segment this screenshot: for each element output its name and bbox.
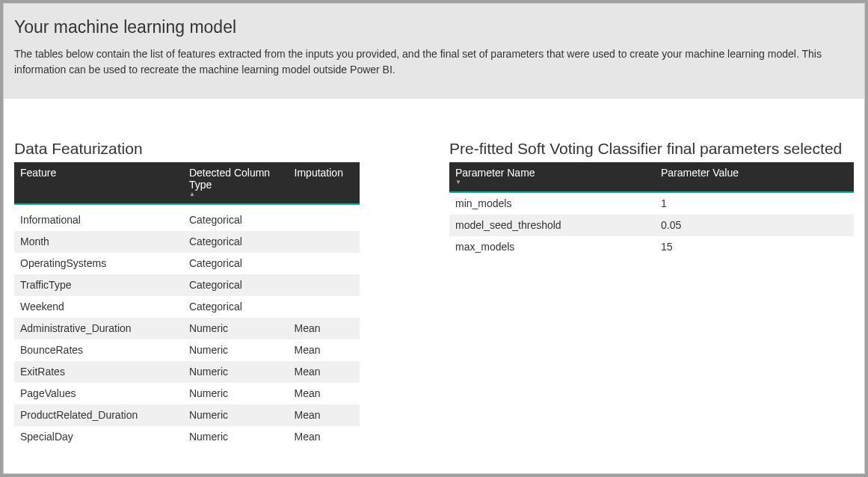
cell-parameter-name: max_models	[449, 236, 655, 258]
cell-detected: Categorical	[183, 204, 289, 231]
table-row[interactable]: Administrative_DurationNumericMean	[14, 318, 360, 339]
featurization-header-imputation[interactable]: Imputation	[289, 162, 360, 204]
featurization-table[interactable]: Feature Detected Column Type ▲ Imputatio…	[14, 162, 360, 448]
cell-detected: Numeric	[183, 426, 289, 448]
cell-imputation	[289, 296, 360, 318]
cell-detected: Categorical	[183, 231, 289, 253]
cell-imputation: Mean	[289, 404, 360, 426]
cell-imputation: Mean	[289, 339, 360, 361]
featurization-header-detected[interactable]: Detected Column Type ▲	[183, 162, 289, 204]
cell-feature: Weekend	[14, 296, 183, 318]
cell-imputation: Mean	[289, 426, 360, 448]
page-title: Your machine learning model	[14, 17, 854, 37]
header-label: Parameter Name	[455, 167, 535, 179]
cell-feature: ProductRelated_Duration	[14, 404, 183, 426]
report-window: Your machine learning model The tables b…	[3, 3, 865, 474]
header-label: Parameter Value	[661, 167, 739, 179]
header-label: Imputation	[295, 167, 343, 179]
cell-feature: BounceRates	[14, 339, 183, 361]
cell-detected: Numeric	[183, 318, 289, 339]
cell-imputation: Mean	[289, 361, 360, 383]
cell-detected: Numeric	[183, 339, 289, 361]
table-row[interactable]: model_seed_threshold0.05	[449, 215, 854, 236]
table-row[interactable]: min_models1	[449, 192, 854, 215]
parameters-header-name[interactable]: Parameter Name ▼	[449, 162, 655, 192]
header-label: Feature	[20, 167, 56, 179]
cell-parameter-name: min_models	[449, 192, 655, 215]
parameters-section: Pre-fitted Soft Voting Classifier final …	[449, 140, 854, 448]
table-row[interactable]: WeekendCategorical	[14, 296, 360, 318]
cell-feature: OperatingSystems	[14, 253, 183, 274]
cell-detected: Categorical	[183, 296, 289, 318]
content-area: Data Featurization Feature Detected Colu…	[4, 99, 864, 458]
table-row[interactable]: BounceRatesNumericMean	[14, 339, 360, 361]
sort-asc-icon: ▲	[189, 191, 283, 197]
cell-feature: Administrative_Duration	[14, 318, 183, 339]
cell-detected: Categorical	[183, 274, 289, 296]
header-section: Your machine learning model The tables b…	[4, 4, 864, 99]
cell-imputation: Mean	[289, 318, 360, 339]
parameters-header-value[interactable]: Parameter Value	[655, 162, 854, 192]
cell-detected: Categorical	[183, 253, 289, 274]
page-description: The tables below contain the list of fea…	[14, 46, 854, 78]
cell-parameter-name: model_seed_threshold	[449, 215, 655, 236]
cell-feature: SpecialDay	[14, 426, 183, 448]
table-row[interactable]: SpecialDayNumericMean	[14, 426, 360, 448]
table-row[interactable]: max_models15	[449, 236, 854, 258]
table-row[interactable]: ExitRatesNumericMean	[14, 361, 360, 383]
cell-parameter-value: 15	[655, 236, 854, 258]
cell-imputation	[289, 231, 360, 253]
table-row[interactable]: InformationalCategorical	[14, 204, 360, 231]
cell-feature: PageValues	[14, 383, 183, 404]
cell-imputation	[289, 253, 360, 274]
parameters-table[interactable]: Parameter Name ▼ Parameter Value min_mod…	[449, 162, 854, 258]
sort-desc-icon: ▼	[455, 179, 649, 185]
cell-parameter-value: 0.05	[655, 215, 854, 236]
cell-parameter-value: 1	[655, 192, 854, 215]
featurization-section: Data Featurization Feature Detected Colu…	[14, 140, 360, 448]
parameters-title: Pre-fitted Soft Voting Classifier final …	[449, 140, 854, 158]
cell-detected: Numeric	[183, 383, 289, 404]
cell-imputation	[289, 204, 360, 231]
cell-feature: Month	[14, 231, 183, 253]
cell-feature: ExitRates	[14, 361, 183, 383]
cell-feature: Informational	[14, 204, 183, 231]
table-row[interactable]: OperatingSystemsCategorical	[14, 253, 360, 274]
cell-feature: TrafficType	[14, 274, 183, 296]
header-label: Detected Column Type	[189, 167, 270, 191]
table-row[interactable]: PageValuesNumericMean	[14, 383, 360, 404]
table-row[interactable]: ProductRelated_DurationNumericMean	[14, 404, 360, 426]
featurization-header-feature[interactable]: Feature	[14, 162, 183, 204]
featurization-title: Data Featurization	[14, 140, 360, 158]
table-row[interactable]: MonthCategorical	[14, 231, 360, 253]
cell-detected: Numeric	[183, 361, 289, 383]
table-row[interactable]: TrafficTypeCategorical	[14, 274, 360, 296]
cell-imputation: Mean	[289, 383, 360, 404]
cell-detected: Numeric	[183, 404, 289, 426]
cell-imputation	[289, 274, 360, 296]
